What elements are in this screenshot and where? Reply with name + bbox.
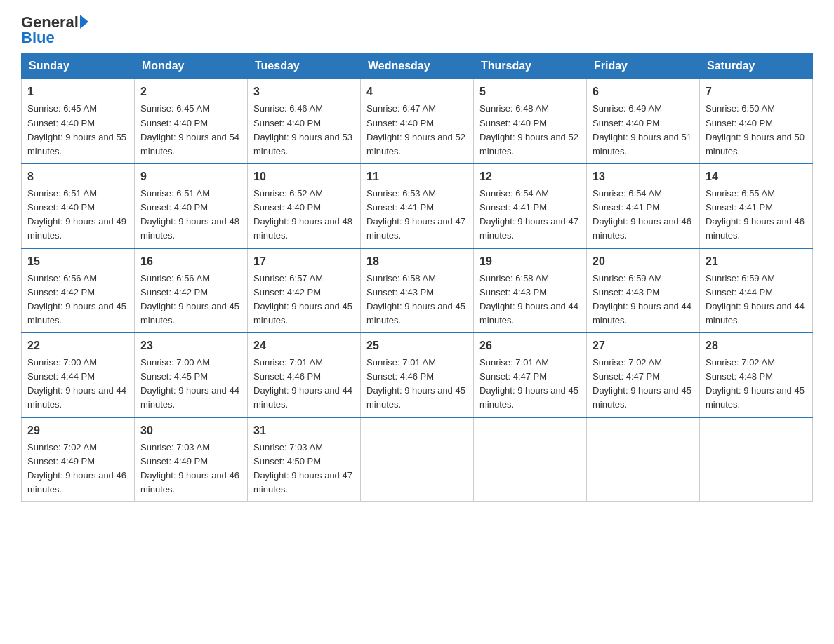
day-number: 1	[27, 83, 128, 100]
calendar-week-row: 22Sunrise: 7:00 AMSunset: 4:44 PMDayligh…	[22, 333, 813, 417]
day-number: 22	[27, 337, 128, 354]
calendar-cell: 19Sunrise: 6:58 AMSunset: 4:43 PMDayligh…	[474, 248, 587, 333]
day-number: 23	[140, 337, 241, 354]
calendar-cell: 21Sunrise: 6:59 AMSunset: 4:44 PMDayligh…	[700, 248, 813, 333]
calendar-cell: 30Sunrise: 7:03 AMSunset: 4:49 PMDayligh…	[135, 417, 248, 502]
calendar-cell: 29Sunrise: 7:02 AMSunset: 4:49 PMDayligh…	[22, 417, 135, 502]
calendar-cell: 20Sunrise: 6:59 AMSunset: 4:43 PMDayligh…	[587, 248, 700, 333]
day-info: Sunrise: 6:48 AMSunset: 4:40 PMDaylight:…	[479, 102, 581, 159]
calendar-cell: 1Sunrise: 6:45 AMSunset: 4:40 PMDaylight…	[22, 79, 135, 163]
calendar-cell: 5Sunrise: 6:48 AMSunset: 4:40 PMDaylight…	[474, 79, 587, 163]
weekday-header-wednesday: Wednesday	[361, 54, 474, 79]
calendar-header: SundayMondayTuesdayWednesdayThursdayFrid…	[22, 54, 813, 79]
calendar-cell: 15Sunrise: 6:56 AMSunset: 4:42 PMDayligh…	[22, 248, 135, 333]
calendar-cell: 2Sunrise: 6:45 AMSunset: 4:40 PMDaylight…	[135, 79, 248, 163]
day-info: Sunrise: 6:53 AMSunset: 4:41 PMDaylight:…	[366, 187, 468, 243]
day-info: Sunrise: 6:57 AMSunset: 4:42 PMDaylight:…	[253, 271, 355, 328]
day-info: Sunrise: 6:46 AMSunset: 4:40 PMDaylight:…	[253, 102, 355, 159]
calendar-week-row: 29Sunrise: 7:02 AMSunset: 4:49 PMDayligh…	[22, 417, 813, 502]
day-info: Sunrise: 7:01 AMSunset: 4:47 PMDaylight:…	[479, 356, 581, 412]
calendar-cell	[587, 417, 700, 502]
calendar-cell: 4Sunrise: 6:47 AMSunset: 4:40 PMDaylight…	[361, 79, 474, 163]
day-info: Sunrise: 7:02 AMSunset: 4:47 PMDaylight:…	[593, 356, 694, 412]
calendar-cell: 22Sunrise: 7:00 AMSunset: 4:44 PMDayligh…	[22, 333, 135, 417]
day-number: 14	[706, 168, 807, 185]
day-number: 18	[366, 253, 468, 270]
calendar-cell: 27Sunrise: 7:02 AMSunset: 4:47 PMDayligh…	[587, 333, 700, 417]
day-info: Sunrise: 6:59 AMSunset: 4:43 PMDaylight:…	[593, 271, 694, 328]
day-info: Sunrise: 6:45 AMSunset: 4:40 PMDaylight:…	[27, 102, 128, 159]
day-info: Sunrise: 6:45 AMSunset: 4:40 PMDaylight:…	[140, 102, 241, 159]
calendar-cell: 17Sunrise: 6:57 AMSunset: 4:42 PMDayligh…	[248, 248, 361, 333]
day-info: Sunrise: 6:52 AMSunset: 4:40 PMDaylight:…	[253, 187, 355, 243]
day-number: 13	[593, 168, 694, 185]
calendar-table: SundayMondayTuesdayWednesdayThursdayFrid…	[21, 53, 813, 502]
day-info: Sunrise: 7:02 AMSunset: 4:49 PMDaylight:…	[27, 441, 128, 497]
day-info: Sunrise: 6:51 AMSunset: 4:40 PMDaylight:…	[140, 187, 241, 243]
day-info: Sunrise: 6:55 AMSunset: 4:41 PMDaylight:…	[706, 187, 807, 243]
weekday-header-saturday: Saturday	[700, 54, 813, 79]
day-info: Sunrise: 7:01 AMSunset: 4:46 PMDaylight:…	[366, 356, 468, 412]
calendar-cell: 23Sunrise: 7:00 AMSunset: 4:45 PMDayligh…	[135, 333, 248, 417]
day-info: Sunrise: 7:03 AMSunset: 4:50 PMDaylight:…	[253, 441, 355, 497]
day-info: Sunrise: 6:54 AMSunset: 4:41 PMDaylight:…	[479, 187, 581, 243]
weekday-header-sunday: Sunday	[22, 54, 135, 79]
day-number: 31	[253, 422, 355, 439]
calendar-cell: 7Sunrise: 6:50 AMSunset: 4:40 PMDaylight…	[700, 79, 813, 163]
day-number: 19	[479, 253, 581, 270]
day-info: Sunrise: 6:51 AMSunset: 4:40 PMDaylight:…	[27, 187, 128, 243]
logo-arrow-icon	[80, 15, 88, 29]
day-number: 24	[253, 337, 355, 354]
page-header: General Blue	[21, 14, 813, 46]
calendar-week-row: 1Sunrise: 6:45 AMSunset: 4:40 PMDaylight…	[22, 79, 813, 163]
day-number: 2	[140, 83, 241, 100]
calendar-cell: 26Sunrise: 7:01 AMSunset: 4:47 PMDayligh…	[474, 333, 587, 417]
day-number: 7	[706, 83, 807, 100]
day-number: 21	[706, 253, 807, 270]
day-info: Sunrise: 6:58 AMSunset: 4:43 PMDaylight:…	[366, 271, 468, 328]
day-info: Sunrise: 7:00 AMSunset: 4:45 PMDaylight:…	[140, 356, 241, 412]
day-info: Sunrise: 6:54 AMSunset: 4:41 PMDaylight:…	[593, 187, 694, 243]
calendar-cell: 18Sunrise: 6:58 AMSunset: 4:43 PMDayligh…	[361, 248, 474, 333]
day-number: 5	[479, 83, 581, 100]
calendar-cell: 16Sunrise: 6:56 AMSunset: 4:42 PMDayligh…	[135, 248, 248, 333]
day-info: Sunrise: 6:59 AMSunset: 4:44 PMDaylight:…	[706, 271, 807, 328]
day-number: 17	[253, 253, 355, 270]
logo-blue: Blue	[21, 29, 55, 46]
weekday-header-thursday: Thursday	[474, 54, 587, 79]
calendar-week-row: 15Sunrise: 6:56 AMSunset: 4:42 PMDayligh…	[22, 248, 813, 333]
day-info: Sunrise: 6:50 AMSunset: 4:40 PMDaylight:…	[706, 102, 807, 159]
day-number: 6	[593, 83, 694, 100]
day-number: 12	[479, 168, 581, 185]
calendar-cell: 11Sunrise: 6:53 AMSunset: 4:41 PMDayligh…	[361, 163, 474, 248]
day-number: 28	[706, 337, 807, 354]
calendar-cell: 3Sunrise: 6:46 AMSunset: 4:40 PMDaylight…	[248, 79, 361, 163]
day-number: 30	[140, 422, 241, 439]
day-number: 4	[366, 83, 468, 100]
calendar-cell: 10Sunrise: 6:52 AMSunset: 4:40 PMDayligh…	[248, 163, 361, 248]
calendar-cell: 25Sunrise: 7:01 AMSunset: 4:46 PMDayligh…	[361, 333, 474, 417]
calendar-cell: 6Sunrise: 6:49 AMSunset: 4:40 PMDaylight…	[587, 79, 700, 163]
calendar-cell: 24Sunrise: 7:01 AMSunset: 4:46 PMDayligh…	[248, 333, 361, 417]
weekday-header-tuesday: Tuesday	[248, 54, 361, 79]
day-info: Sunrise: 7:03 AMSunset: 4:49 PMDaylight:…	[140, 441, 241, 497]
calendar-cell: 14Sunrise: 6:55 AMSunset: 4:41 PMDayligh…	[700, 163, 813, 248]
day-number: 29	[27, 422, 128, 439]
calendar-cell: 8Sunrise: 6:51 AMSunset: 4:40 PMDaylight…	[22, 163, 135, 248]
day-info: Sunrise: 6:49 AMSunset: 4:40 PMDaylight:…	[593, 102, 694, 159]
day-number: 11	[366, 168, 468, 185]
day-number: 20	[593, 253, 694, 270]
calendar-cell: 12Sunrise: 6:54 AMSunset: 4:41 PMDayligh…	[474, 163, 587, 248]
day-info: Sunrise: 7:00 AMSunset: 4:44 PMDaylight:…	[27, 356, 128, 412]
day-number: 9	[140, 168, 241, 185]
calendar-cell: 28Sunrise: 7:02 AMSunset: 4:48 PMDayligh…	[700, 333, 813, 417]
calendar-cell	[700, 417, 813, 502]
weekday-header-friday: Friday	[587, 54, 700, 79]
day-info: Sunrise: 6:58 AMSunset: 4:43 PMDaylight:…	[479, 271, 581, 328]
day-number: 15	[27, 253, 128, 270]
calendar-cell: 31Sunrise: 7:03 AMSunset: 4:50 PMDayligh…	[248, 417, 361, 502]
day-number: 10	[253, 168, 355, 185]
day-number: 16	[140, 253, 241, 270]
day-number: 27	[593, 337, 694, 354]
day-info: Sunrise: 7:02 AMSunset: 4:48 PMDaylight:…	[706, 356, 807, 412]
